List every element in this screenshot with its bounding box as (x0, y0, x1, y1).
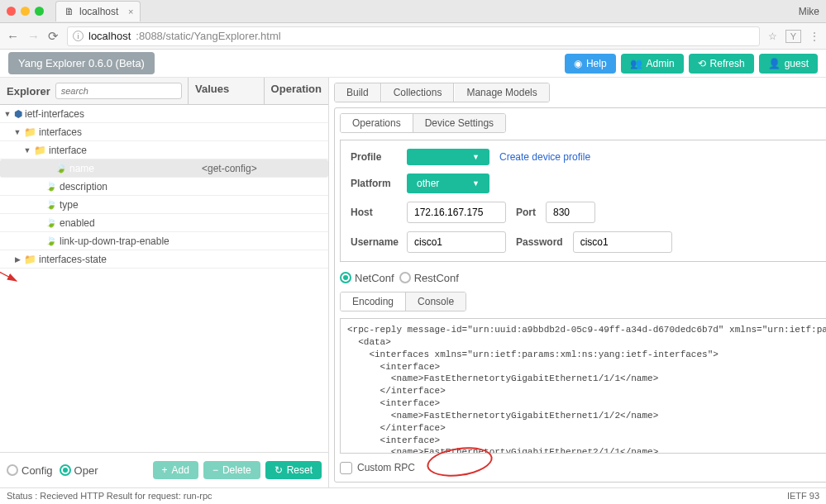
tree-node-ietf-interfaces[interactable]: ▼⬢ ietf-interfaces (0, 105, 328, 123)
platform-label: Platform (351, 178, 397, 189)
folder-icon: 📁 (24, 254, 36, 265)
user-icon: 👤 (768, 58, 781, 69)
add-button[interactable]: + Add (153, 461, 198, 479)
folder-icon: 📁 (24, 126, 36, 138)
rpc-output[interactable]: <rpc-reply message-id="urn:uuid:a9bbdb2d… (340, 318, 826, 454)
values-header: Values (189, 78, 265, 104)
custom-rpc-checkbox[interactable] (340, 462, 352, 474)
password-label: Password (516, 236, 563, 248)
explorer-header: Explorer (7, 85, 50, 97)
leafred-icon: 🍃 (45, 199, 57, 210)
leafred-icon: 🍃 (55, 163, 67, 174)
profile-select[interactable]: ▼ (407, 149, 489, 165)
tree-node-type[interactable]: 🍃 type (0, 196, 328, 214)
help-button[interactable]: ◉Help (565, 54, 616, 74)
port-label: Port (516, 207, 536, 218)
tree-node-interfaces[interactable]: ▼📁 interfaces (0, 123, 328, 141)
profile-label: Profile (351, 151, 397, 163)
oper-radio[interactable]: Oper (60, 464, 98, 477)
browser-nav-bar: ← → ⟳ i localhost:8088/static/YangExplor… (0, 23, 826, 50)
netconf-radio[interactable]: NetConf (340, 272, 394, 284)
host-label: Host (351, 207, 397, 218)
admin-button[interactable]: 👥Admin (621, 54, 684, 74)
forward-icon[interactable]: → (27, 29, 40, 43)
delete-button[interactable]: − Delete (203, 461, 260, 479)
close-tab-icon[interactable]: × (128, 7, 133, 17)
custom-rpc-label: Custom RPC (357, 462, 415, 473)
chevron-down-icon: ▼ (472, 179, 480, 188)
yang-tree[interactable]: ▼⬢ ietf-interfaces▼📁 interfaces▼📁 interf… (0, 105, 328, 452)
tree-node-enabled[interactable]: 🍃 enabled (0, 214, 328, 232)
reload-icon[interactable]: ⟳ (48, 29, 59, 44)
tree-label: type (60, 199, 79, 211)
password-input[interactable] (573, 231, 672, 253)
site-info-icon[interactable]: i (73, 31, 84, 41)
tab-title: localhost (79, 6, 118, 17)
username-input[interactable] (407, 231, 506, 253)
device-form: Profile ▼ Create device profile Platform… (340, 140, 826, 262)
tab-device-settings[interactable]: Device Settings (413, 114, 505, 132)
tree-label: link-up-down-trap-enable (60, 235, 169, 247)
tree-node-link-up-down-trap-enable[interactable]: 🍃 link-up-down-trap-enable (0, 232, 328, 250)
browser-tab[interactable]: 🗎 localhost × (55, 1, 141, 21)
tree-label: interface (49, 145, 87, 156)
tree-label: ietf-interfaces (25, 108, 84, 120)
reset-button[interactable]: ↻ Reset (265, 461, 322, 479)
github-icon: ◉ (574, 58, 582, 69)
tab-encoding[interactable]: Encoding (341, 292, 406, 311)
config-radio[interactable]: Config (7, 464, 53, 477)
tab-manage-models[interactable]: Manage Models (455, 83, 548, 102)
back-icon[interactable]: ← (7, 29, 19, 43)
status-text: Status : Recieved HTTP Result for reques… (7, 491, 212, 502)
url-path: :8088/static/YangExplorer.html (136, 30, 280, 42)
users-icon: 👥 (630, 58, 642, 69)
status-bar: Status : Recieved HTTP Result for reques… (0, 487, 826, 504)
leaf-icon: 🍃 (45, 235, 57, 246)
tree-node-interface[interactable]: ▼📁 interface (0, 141, 328, 159)
platform-select[interactable]: other▼ (407, 174, 489, 193)
leaf-icon: 🍃 (45, 181, 57, 192)
tab-operations[interactable]: Operations (341, 114, 413, 132)
tree-label: interfaces-state (39, 254, 107, 265)
tree-node-name[interactable]: 🍃 name<get-config> (0, 159, 328, 178)
menu-icon[interactable]: ⋮ (809, 31, 819, 42)
tab-collections[interactable]: Collections (382, 83, 455, 102)
refresh-icon: ⟲ (698, 58, 706, 69)
main-tabs: Build Collections Manage Models (334, 83, 550, 102)
explorer-panel: Explorer Values Operation ▼⬢ ietf-interf… (0, 78, 329, 487)
port-input[interactable] (546, 202, 595, 223)
username-label: Username (351, 236, 397, 248)
tree-value: <get-config> (198, 163, 278, 174)
address-bar[interactable]: i localhost:8088/static/YangExplorer.htm… (67, 26, 760, 46)
bookmark-icon[interactable]: ☆ (768, 31, 777, 42)
browser-tab-bar: 🗎 localhost × Mike (0, 0, 826, 23)
minimize-window-icon[interactable] (21, 7, 30, 16)
tree-node-description[interactable]: 🍃 description (0, 178, 328, 196)
host-input[interactable] (407, 202, 506, 223)
tree-node-interfaces-state[interactable]: ▶📁 interfaces-state (0, 250, 328, 269)
page-icon: 🗎 (64, 6, 74, 17)
tree-label: description (60, 181, 107, 193)
search-input[interactable] (55, 83, 182, 99)
module-icon: ⬢ (14, 108, 22, 120)
leaf-icon: 🍃 (45, 217, 57, 228)
tab-build[interactable]: Build (335, 83, 381, 102)
extension-icon[interactable]: Y (785, 30, 801, 43)
create-profile-link[interactable]: Create device profile (499, 151, 590, 163)
tree-label: interfaces (39, 126, 82, 138)
status-right: IETF 93 (787, 491, 819, 502)
close-window-icon[interactable] (7, 7, 16, 16)
tab-console[interactable]: Console (406, 292, 466, 311)
tree-label: name (69, 163, 94, 174)
refresh-button[interactable]: ⟲Refresh (689, 54, 754, 74)
window-controls (7, 7, 44, 16)
restconf-radio[interactable]: RestConf (399, 272, 459, 284)
tree-label: enabled (60, 217, 95, 229)
chevron-down-icon: ▼ (472, 153, 480, 161)
browser-user: Mike (799, 6, 819, 17)
build-panel: Build Collections Manage Models Operatio… (329, 78, 826, 487)
maximize-window-icon[interactable] (35, 7, 44, 16)
operation-header: Operation (265, 78, 328, 104)
app-title: Yang Explorer 0.6.0 (Beta) (8, 52, 155, 74)
guest-button[interactable]: 👤guest (759, 54, 818, 74)
